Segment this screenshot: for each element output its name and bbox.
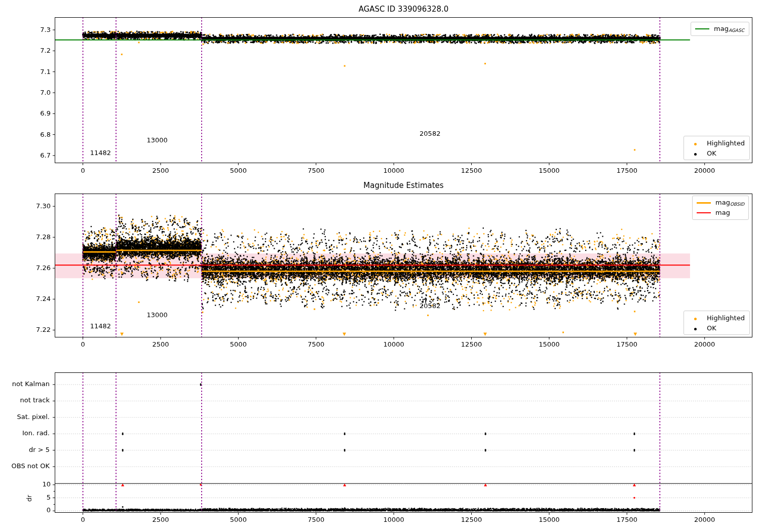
x-tick-label: 5000 xyxy=(230,516,247,523)
ok-dot-swatch xyxy=(688,149,702,157)
x-tick-label: 17500 xyxy=(617,516,637,523)
dr-axis-label: dr xyxy=(25,491,33,506)
dr-tick-label: 10 xyxy=(35,481,51,488)
obsid-annotation: 11482 xyxy=(90,149,111,156)
x-tick-label: 20000 xyxy=(694,341,715,348)
obsid-annotation: 11482 xyxy=(90,323,111,329)
obsid-annotation: 20582 xyxy=(420,130,440,137)
category-label: OBS not OK xyxy=(4,463,50,470)
y-tick-label: 7.1 xyxy=(23,68,51,75)
dr-tick-label: 5 xyxy=(35,494,51,501)
legend-entry-ok: OK xyxy=(688,323,746,333)
top-plot-title: AGASC ID 339096328.0 xyxy=(55,5,752,14)
legend-label-highlighted: Highlighted xyxy=(707,314,745,322)
x-tick-label: 7500 xyxy=(308,341,324,348)
x-tick-label: 15000 xyxy=(539,341,559,348)
x-tick-label: 15000 xyxy=(539,516,559,523)
x-tick-label: 2500 xyxy=(152,341,169,348)
obsid-annotation: 13000 xyxy=(146,312,167,318)
legend-label-ok: OK xyxy=(707,324,716,332)
obsid-annotation: 20582 xyxy=(420,302,440,309)
y-tick-label: 6.8 xyxy=(23,131,51,138)
legend-label-mag-obsid: magOBSID xyxy=(715,199,744,207)
legend-entry-ok: OK xyxy=(688,148,746,158)
category-label: Sat. pixel. xyxy=(4,413,50,421)
category-label: dr > 5 xyxy=(4,446,50,453)
highlighted-dot-swatch xyxy=(688,139,702,147)
y-tick-label: 7.22 xyxy=(23,326,51,333)
x-tick-label: 0 xyxy=(81,341,85,348)
mag-agasc-line-swatch xyxy=(695,28,709,29)
x-tick-label: 17500 xyxy=(617,167,637,174)
x-tick-label: 7500 xyxy=(308,516,324,523)
x-tick-label: 17500 xyxy=(617,341,637,348)
x-tick-label: 10000 xyxy=(383,341,404,348)
x-tick-label: 7500 xyxy=(308,167,324,174)
y-tick-label: 7.24 xyxy=(23,295,51,302)
x-tick-label: 10000 xyxy=(383,167,404,174)
x-tick-label: 5000 xyxy=(230,341,247,348)
legend-entry-highlighted: Highlighted xyxy=(688,313,746,323)
ok-dot-swatch xyxy=(688,324,702,332)
legend-entry-mag-obsid: magOBSID xyxy=(697,198,745,208)
x-tick-label: 12500 xyxy=(461,167,482,174)
legend-entry-highlighted: Highlighted xyxy=(688,138,746,148)
legend-highlighted-ok-middle: Highlighted OK xyxy=(683,311,750,335)
category-label: Ion. rad. xyxy=(4,430,50,437)
mag-obsid-line-swatch xyxy=(697,202,711,204)
figure: AGASC ID 339096328.0 Magnitude Estimates… xyxy=(0,0,760,532)
dr-tick-label: 0 xyxy=(35,507,51,514)
legend-entry-mag: mag xyxy=(697,208,745,218)
x-tick-label: 20000 xyxy=(694,516,715,523)
x-tick-label: 20000 xyxy=(694,167,715,174)
legend-label-mag-agasc: magAGASC xyxy=(714,25,744,33)
y-tick-label: 7.26 xyxy=(23,264,51,272)
y-tick-label: 7.30 xyxy=(23,203,51,210)
y-tick-label: 7.2 xyxy=(23,47,51,54)
legend-label-highlighted: Highlighted xyxy=(707,139,745,147)
highlighted-dot-swatch xyxy=(688,314,702,322)
x-tick-label: 10000 xyxy=(383,516,404,523)
bottom-plot-area xyxy=(55,372,752,513)
legend-entry-mag-agasc: magAGASC xyxy=(695,24,746,34)
category-label: not track xyxy=(4,397,50,404)
x-tick-label: 15000 xyxy=(539,167,559,174)
y-tick-label: 7.3 xyxy=(23,26,51,33)
y-tick-label: 7.0 xyxy=(23,89,51,96)
x-tick-label: 5000 xyxy=(230,167,247,174)
obsid-annotation: 13000 xyxy=(146,137,167,143)
category-label: not Kalman xyxy=(4,381,50,388)
x-tick-label: 0 xyxy=(81,516,85,523)
x-tick-label: 12500 xyxy=(461,341,482,348)
x-tick-label: 0 xyxy=(81,167,85,174)
y-tick-label: 6.9 xyxy=(23,110,51,117)
legend-highlighted-ok-top: Highlighted OK xyxy=(683,136,750,160)
y-tick-label: 7.28 xyxy=(23,234,51,241)
middle-plot-title: Magnitude Estimates xyxy=(55,181,752,190)
legend-label-ok: OK xyxy=(707,149,716,157)
mag-line-swatch xyxy=(697,212,711,213)
x-tick-label: 2500 xyxy=(152,516,169,523)
x-tick-label: 12500 xyxy=(461,516,482,523)
legend-mag-agasc: magAGASC xyxy=(691,22,749,36)
x-tick-label: 2500 xyxy=(152,167,169,174)
legend-label-mag: mag xyxy=(715,209,730,217)
legend-mag-obsid-mag: magOBSID mag xyxy=(692,196,749,220)
y-tick-label: 6.7 xyxy=(23,152,51,159)
